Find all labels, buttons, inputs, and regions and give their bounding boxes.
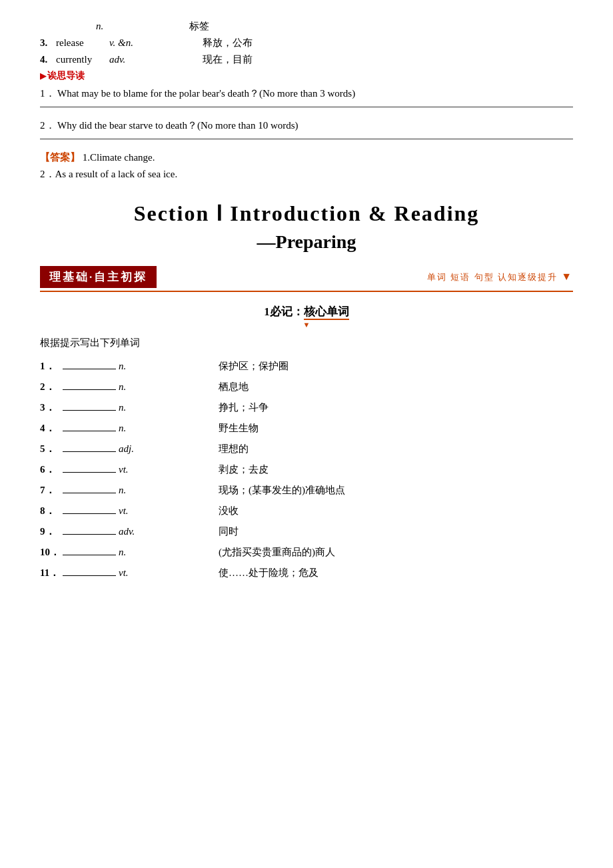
question-1-text: 1． What may be to blame for the polar be… [40,87,573,100]
q1-divider [40,107,573,107]
answer-2-text: 2．As a result of a lack of sea ice. [40,169,177,179]
word-num-4: 4． [40,422,63,435]
word-blank-5[interactable] [63,441,116,452]
section-title-line1: Section Ⅰ Introduction & Reading [40,201,573,226]
vocab-num-4: 4. [40,54,56,65]
word-pos-9: adv. [119,526,152,537]
reading-prompt: 诶思导读 [40,70,573,82]
word-num-1: 1． [40,360,63,373]
word-item-3: 3． n. 挣扎；斗争 [40,400,573,414]
word-pos-3: n. [119,402,152,413]
banner-arrow-icon: ▼ [561,271,573,282]
question-2-text: 2． Why did the bear starve to death？(No … [40,119,573,132]
word-item-6: 6． vt. 剥皮；去皮 [40,462,573,476]
word-pos-4: n. [119,423,152,434]
subsection-main: 核心单词 [304,305,349,320]
word-meaning-4: 野生生物 [219,422,573,435]
word-pos-2: n. [119,381,152,393]
vocab-meaning-release: 释放，公布 [203,37,573,49]
word-blank-7[interactable] [63,483,116,493]
answer-1-text: 1.Climate change. [83,152,155,163]
answer-label: 【答案】 [40,152,80,163]
banner-right-text: 单词 短语 句型 认知逐级提升 [427,272,558,282]
vocab-pos-release: v. &n. [109,37,149,49]
word-item-7: 7． n. 现场；(某事发生的)准确地点 [40,483,573,497]
word-blank-2[interactable] [63,379,116,390]
section-title-block: Section Ⅰ Introduction & Reading —Prepar… [40,201,573,253]
answer-line-2: 2．As a result of a lack of sea ice. [40,168,573,181]
word-pos-8: vt. [119,505,152,517]
word-blank-8[interactable] [63,503,116,514]
word-meaning-6: 剥皮；去皮 [219,463,573,476]
question-2: 2． Why did the bear starve to death？(No … [40,119,573,139]
word-item-1: 1． n. 保护区；保护圈 [40,359,573,373]
q2-body: Why did the bear starve to death？(No mor… [57,120,299,131]
word-item-2: 2． n. 栖息地 [40,379,573,393]
word-blank-1[interactable] [63,359,116,369]
subsection-arrow-icon: ▼ [40,321,573,329]
vocab-meaning-currently: 现在，目前 [203,53,573,66]
vocab-pos-label: n. [96,21,136,32]
word-blank-11[interactable] [63,565,116,576]
answers-block: 【答案】 1.Climate change. 2．As a result of … [40,151,573,181]
word-blank-4[interactable] [63,421,116,431]
top-vocab-section: n. 标签 3. release v. &n. 释放，公布 4. current… [40,20,573,66]
word-pos-1: n. [119,361,152,372]
word-num-5: 5． [40,443,63,455]
q2-num: 2． [40,120,55,131]
word-item-10: 10． n. (尤指买卖贵重商品的)商人 [40,545,573,559]
question-1: 1． What may be to blame for the polar be… [40,87,573,107]
banner-label: 理基础·自主初探 [40,266,157,288]
word-num-10: 10． [40,546,63,559]
word-num-8: 8． [40,505,63,517]
section-title-line2: —Preparing [40,231,573,253]
word-num-9: 9． [40,525,63,538]
subsection-title: 1必记：核心单词 ▼ [40,304,573,329]
vocab-pos-currently: adv. [109,54,149,65]
banner-left: 理基础·自主初探 [40,266,161,288]
word-meaning-11: 使……处于险境；危及 [219,567,573,579]
word-list: 1． n. 保护区；保护圈 2． n. 栖息地 3． n. 挣扎；斗争 4． n… [40,359,573,579]
word-meaning-1: 保护区；保护圈 [219,360,573,373]
word-item-5: 5． adj. 理想的 [40,441,573,455]
word-blank-10[interactable] [63,545,116,555]
word-blank-6[interactable] [63,462,116,473]
word-num-6: 6． [40,463,63,476]
word-blank-3[interactable] [63,400,116,411]
word-pos-7: n. [119,485,152,496]
word-num-2: 2． [40,381,63,393]
word-meaning-3: 挣扎；斗争 [219,401,573,414]
word-pos-5: adj. [119,443,152,455]
word-item-4: 4． n. 野生生物 [40,421,573,435]
word-meaning-8: 没收 [219,505,573,517]
word-meaning-7: 现场；(某事发生的)准确地点 [219,484,573,497]
word-num-7: 7． [40,484,63,497]
word-pos-6: vt. [119,464,152,475]
vocab-entry-release: 3. release v. &n. 释放，公布 [40,37,573,49]
vocab-word-release: release [56,37,109,49]
vocab-meaning-label: 标签 [189,20,573,33]
banner-right: 单词 短语 句型 认知逐级提升 ▼ [427,271,573,283]
banner-row: 理基础·自主初探 单词 短语 句型 认知逐级提升 ▼ [40,266,573,292]
answer-line-1: 【答案】 1.Climate change. [40,151,573,164]
word-meaning-9: 同时 [219,525,573,538]
word-item-11: 11． vt. 使……处于险境；危及 [40,565,573,579]
q2-divider [40,139,573,139]
vocab-entry-currently: 4. currently adv. 现在，目前 [40,53,573,66]
subsection-prefix: 1必记： [264,305,304,318]
word-item-8: 8． vt. 没收 [40,503,573,517]
word-num-11: 11． [40,567,63,579]
q1-body: What may be to blame for the polar bear'… [57,88,355,99]
q1-num: 1． [40,88,55,99]
vocab-num-3: 3. [40,37,56,49]
word-meaning-10: (尤指买卖贵重商品的)商人 [219,546,573,559]
word-blank-9[interactable] [63,524,116,535]
word-pos-11: vt. [119,567,152,579]
word-item-9: 9． adv. 同时 [40,524,573,538]
word-pos-10: n. [119,547,152,558]
vocab-word-currently: currently [56,54,109,65]
word-num-3: 3． [40,401,63,414]
vocab-entry-label: n. 标签 [40,20,573,33]
word-meaning-2: 栖息地 [219,381,573,393]
banner-text: 理基础·自主初探 [49,269,147,285]
